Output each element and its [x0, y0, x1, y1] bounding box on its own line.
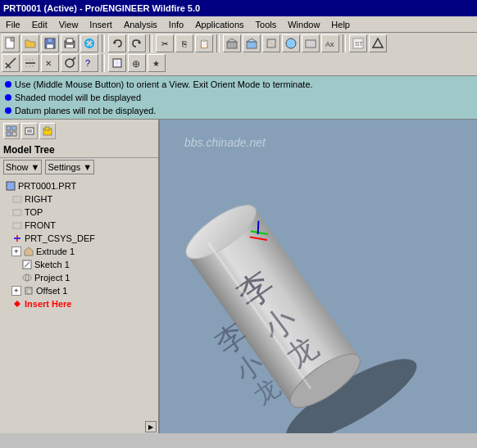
svg-marker-56 — [25, 247, 33, 256]
plane-icon-front — [11, 219, 23, 231]
tree-icon-1[interactable] — [3, 123, 20, 139]
menu-window[interactable]: Window — [285, 19, 322, 30]
extra-btn-2[interactable] — [369, 34, 387, 52]
tree-front[interactable]: FRONT — [10, 219, 155, 232]
status-dot-3 — [5, 107, 11, 114]
svg-text:★: ★ — [152, 59, 160, 68]
left-icon-row-1 — [3, 123, 155, 139]
menu-insert[interactable]: Insert — [87, 19, 115, 30]
save-button[interactable] — [41, 34, 59, 52]
cut-button[interactable]: ✂ — [156, 34, 174, 52]
status-line-1: Use (Middle Mouse Button) to orient a Vi… — [5, 78, 472, 91]
svg-text:⊕: ⊕ — [132, 58, 140, 70]
insert-icon — [11, 298, 23, 310]
settings-dropdown[interactable]: Settings ▼ — [45, 160, 94, 174]
view-btn-5[interactable] — [302, 34, 320, 52]
tree-insert-here[interactable]: Insert Here — [10, 297, 155, 310]
sketch-btn-5[interactable]: ? — [80, 54, 98, 72]
svg-rect-62 — [27, 289, 32, 294]
menu-help[interactable]: Help — [329, 19, 352, 30]
tree-csys[interactable]: PRT_CSYS_DEF — [10, 232, 155, 245]
sketch-btn-4[interactable] — [61, 54, 79, 72]
tree-right[interactable]: RIGHT — [10, 192, 155, 206]
open-button[interactable] — [21, 34, 39, 52]
svg-marker-15 — [247, 38, 257, 42]
print-button[interactable] — [61, 34, 79, 52]
model-tree-label: Model Tree — [0, 143, 158, 158]
sketch-btn-6[interactable] — [108, 54, 126, 72]
extrude-expander[interactable]: + — [11, 247, 21, 256]
svg-rect-53 — [13, 223, 21, 229]
view-btn-1[interactable] — [223, 34, 241, 52]
tree-toolbar: Show ▼ Settings ▼ — [0, 158, 158, 176]
show-dropdown[interactable]: Show ▼ — [3, 160, 42, 174]
plane-icon-top — [11, 206, 23, 218]
paste-button[interactable]: 📋 — [195, 34, 213, 52]
svg-line-27 — [6, 58, 16, 68]
menu-analysis[interactable]: Analysis — [121, 19, 160, 30]
svg-rect-49 — [7, 182, 15, 190]
svg-text:?: ? — [85, 58, 90, 68]
3d-viewport-svg: 李 小 龙 李 小 龙 — [160, 120, 477, 433]
left-panel: Model Tree Show ▼ Settings ▼ PRT0001.PRT — [0, 120, 160, 433]
tree-offset[interactable]: + Offset 1 — [10, 284, 155, 297]
toolbar-row-2: ✕ ? ⊕ ★ — [2, 54, 475, 72]
tree-icon-2[interactable] — [21, 123, 38, 139]
svg-rect-8 — [66, 45, 73, 48]
svg-text:Ax: Ax — [325, 40, 334, 48]
menu-file[interactable]: File — [3, 19, 23, 30]
svg-rect-5 — [47, 44, 53, 48]
root-icon — [5, 180, 16, 192]
tree-icon-3[interactable] — [39, 123, 56, 139]
tree-content: PRT0001.PRT RIGHT TOP F — [0, 176, 158, 420]
csys-icon — [11, 233, 23, 244]
redo-button[interactable] — [128, 34, 146, 52]
sep5 — [102, 54, 105, 72]
offset-expander[interactable]: + — [11, 286, 21, 296]
tree-extrude[interactable]: + Extrude 1 — [10, 245, 155, 258]
sketch-btn-1[interactable] — [2, 54, 20, 72]
tree-root[interactable]: PRT0001.PRT — [3, 179, 155, 192]
svg-rect-7 — [66, 38, 73, 43]
view-btn-4[interactable] — [282, 34, 300, 52]
svg-text:ST: ST — [355, 40, 363, 48]
menu-info[interactable]: Info — [166, 19, 186, 30]
svg-line-34 — [72, 57, 75, 61]
sketch-btn-2[interactable] — [21, 54, 39, 72]
sketch-btn-8[interactable]: ★ — [148, 54, 166, 72]
sketch-btn-7[interactable]: ⊕ — [128, 54, 146, 72]
view-btn-6[interactable]: Ax — [321, 34, 339, 52]
plane-icon-right — [11, 193, 23, 205]
title-bar: PRT0001 (Active) - Pro/ENGINEER Wildfire… — [0, 0, 477, 16]
tree-project[interactable]: Project 1 — [20, 271, 155, 284]
3d-view-area[interactable]: bbs.chinade.net — [160, 120, 477, 433]
extrude-icon — [23, 246, 34, 257]
status-dot-1 — [5, 81, 11, 88]
tree-top[interactable]: TOP — [10, 206, 155, 219]
extra-btn-1[interactable]: ST — [349, 34, 367, 52]
svg-marker-63 — [14, 301, 20, 307]
project-icon — [21, 272, 33, 283]
menu-edit[interactable]: Edit — [30, 19, 50, 30]
svg-rect-61 — [25, 287, 32, 294]
svg-rect-4 — [48, 38, 52, 43]
tree-sketch[interactable]: Sketch 1 — [20, 258, 155, 271]
svg-text:✕: ✕ — [45, 59, 52, 68]
menu-view[interactable]: View — [57, 19, 81, 30]
svg-rect-40 — [7, 126, 11, 130]
undo-button[interactable] — [108, 34, 126, 52]
view-btn-3[interactable] — [262, 34, 280, 52]
svg-point-59 — [23, 274, 31, 281]
copy-button[interactable]: ⎘ — [175, 34, 193, 52]
menu-applications[interactable]: Applications — [193, 19, 246, 30]
repaint-button[interactable] — [80, 34, 98, 52]
view-btn-2[interactable] — [243, 34, 261, 52]
new-button[interactable] — [2, 34, 20, 52]
menu-tools[interactable]: Tools — [253, 19, 279, 30]
svg-marker-13 — [227, 38, 237, 42]
status-dot-2 — [5, 94, 11, 101]
sketch-btn-3[interactable]: ✕ — [41, 54, 59, 72]
left-top-icons — [0, 120, 158, 143]
sep1 — [102, 34, 105, 52]
left-scroll-right[interactable]: ▶ — [145, 421, 157, 432]
